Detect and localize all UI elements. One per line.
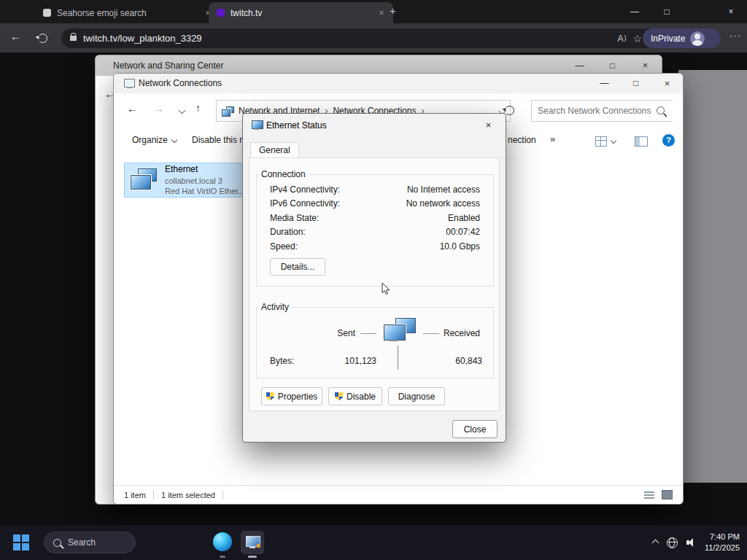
url-text[interactable]: twitch.tv/low_plankton_3329 — [83, 33, 611, 44]
taskbar: Search 7:40 PM 11/2/2025 — [0, 525, 747, 560]
row-label: Duration: — [270, 227, 306, 237]
help-icon[interactable]: ? — [662, 134, 675, 147]
view-grid-icon[interactable] — [595, 136, 607, 147]
status-item-count: 1 item — [124, 491, 146, 499]
nc-window-icon — [124, 79, 134, 88]
preview-pane-icon[interactable] — [635, 136, 648, 147]
organize-button[interactable]: Organize — [132, 135, 177, 145]
activity-group-label: Activity — [258, 302, 292, 312]
icons-view-icon[interactable] — [662, 490, 673, 499]
active-app-indicator — [248, 556, 257, 558]
tab-title: Seahorse emoji search — [57, 8, 196, 18]
volume-icon[interactable] — [686, 538, 696, 547]
received-line — [423, 333, 439, 334]
command-overflow-icon[interactable]: » — [550, 133, 555, 144]
taskbar-search[interactable]: Search — [44, 532, 136, 553]
tab-favicon — [43, 9, 51, 17]
nc-titlebar[interactable]: Network Connections — □ × — [114, 74, 683, 93]
disable-label: Disable — [347, 392, 376, 402]
more-menu-icon[interactable]: ··· — [729, 30, 741, 41]
status-row: Media State: Enabled — [270, 213, 480, 223]
recent-locations-chevron-icon[interactable] — [179, 107, 186, 114]
nc-close-button[interactable]: × — [651, 74, 683, 93]
computers-icon — [382, 318, 417, 346]
search-icon[interactable] — [657, 106, 665, 114]
tab-close-icon[interactable]: × — [376, 8, 387, 18]
read-aloud-icon[interactable]: A — [617, 34, 626, 44]
details-view-icon[interactable] — [644, 491, 654, 499]
uac-shield-icon — [335, 392, 343, 401]
explorer-refresh-icon[interactable] — [505, 106, 514, 115]
window-restore-button[interactable]: □ — [651, 0, 683, 23]
status-row: Speed: 10.0 Gbps — [270, 241, 480, 252]
start-button[interactable] — [13, 534, 29, 551]
organize-chevron-icon — [171, 137, 177, 143]
status-divider — [222, 490, 223, 500]
profile-avatar[interactable] — [690, 31, 705, 46]
browser-refresh-icon[interactable] — [38, 34, 47, 43]
dialog-close-icon[interactable]: × — [472, 114, 505, 136]
mouse-cursor — [381, 282, 392, 296]
connection-name: Ethernet — [165, 164, 244, 176]
details-button[interactable]: Details... — [270, 258, 325, 276]
network-connections-app-icon[interactable] — [241, 531, 264, 554]
row-label: IPv4 Connectivity: — [270, 184, 340, 195]
view-chevron-icon[interactable] — [611, 138, 616, 144]
edge-browser-icon[interactable] — [213, 532, 232, 551]
connection-group: Connection IPv4 Connectivity: No Interne… — [256, 174, 494, 287]
close-button[interactable]: Close — [452, 420, 498, 438]
tab-seahorse-emoji-search[interactable]: Seahorse emoji search × — [35, 2, 220, 23]
edge-running-indicator — [220, 556, 225, 558]
nc-minimize-button[interactable]: — — [589, 74, 620, 93]
system-tray: 7:40 PM 11/2/2025 — [653, 525, 740, 560]
browser-back-icon[interactable]: ← — [10, 30, 21, 42]
organize-label: Organize — [132, 135, 168, 145]
command-tail-fragment[interactable]: nection — [508, 135, 536, 145]
tab-twitch[interactable]: twitch.tv × — [209, 2, 393, 23]
new-tab-button[interactable]: + — [390, 4, 396, 17]
clock-time: 7:40 PM — [705, 532, 740, 542]
properties-button[interactable]: Properties — [261, 387, 322, 405]
received-label: Received — [444, 328, 480, 338]
connection-group-label: Connection — [258, 169, 309, 179]
general-tab-page: Connection IPv4 Connectivity: No Interne… — [249, 158, 500, 411]
row-value: Enabled — [448, 213, 480, 223]
bytes-sent-value: 101,123 — [330, 356, 376, 366]
window-close-button[interactable]: × — [715, 0, 747, 23]
row-value: 00:07:42 — [446, 227, 480, 237]
diagnose-button[interactable]: Diagnose — [388, 387, 445, 405]
taskbar-clock[interactable]: 7:40 PM 11/2/2025 — [705, 532, 740, 553]
inprivate-badge[interactable]: InPrivate — [643, 28, 721, 48]
row-value: No Internet access — [407, 184, 480, 195]
screen: Seahorse emoji search × twitch.tv × + — … — [0, 0, 747, 560]
explorer-search-box[interactable] — [531, 100, 673, 122]
bytes-received-value: 60,843 — [436, 356, 482, 366]
status-row: IPv4 Connectivity: No Internet access — [270, 184, 480, 195]
network-globe-icon[interactable] — [667, 537, 678, 548]
window-minimize-button[interactable]: — — [619, 0, 651, 23]
nc-up-icon[interactable]: ↑ — [196, 102, 201, 114]
clock-date: 11/2/2025 — [705, 542, 740, 553]
address-bar[interactable]: twitch.tv/low_plankton_3329 A ☆ — [61, 28, 667, 48]
tab-general[interactable]: General — [250, 142, 299, 158]
browser-toolbar: ← twitch.tv/low_plankton_3329 A ☆ InPriv… — [0, 23, 747, 52]
status-selected-count: 1 item selected — [161, 491, 215, 499]
disable-button[interactable]: Disable — [328, 387, 382, 405]
status-row: Duration: 00:07:42 — [270, 227, 480, 237]
connection-network: collabnet.local 3 — [165, 176, 244, 186]
bytes-label: Bytes: — [270, 356, 294, 366]
nc-restore-button[interactable]: □ — [620, 74, 651, 93]
uac-shield-icon — [266, 392, 274, 401]
sent-line — [360, 333, 376, 334]
row-label: Speed: — [270, 241, 298, 252]
row-label: IPv6 Connectivity: — [270, 198, 340, 209]
network-connections-icon — [222, 106, 233, 116]
ethernet-icon — [252, 120, 263, 131]
favorites-star-icon[interactable]: ☆ — [632, 33, 642, 44]
dialog-title: Ethernet Status — [266, 114, 327, 137]
nc-forward-icon[interactable]: → — [153, 102, 164, 114]
nc-back-icon[interactable]: ← — [127, 102, 138, 114]
activity-group: Activity Sent Received Bytes: 101,123 60… — [256, 307, 494, 378]
dialog-titlebar[interactable]: Ethernet Status × — [243, 114, 506, 137]
tray-chevron-icon[interactable] — [651, 539, 659, 546]
